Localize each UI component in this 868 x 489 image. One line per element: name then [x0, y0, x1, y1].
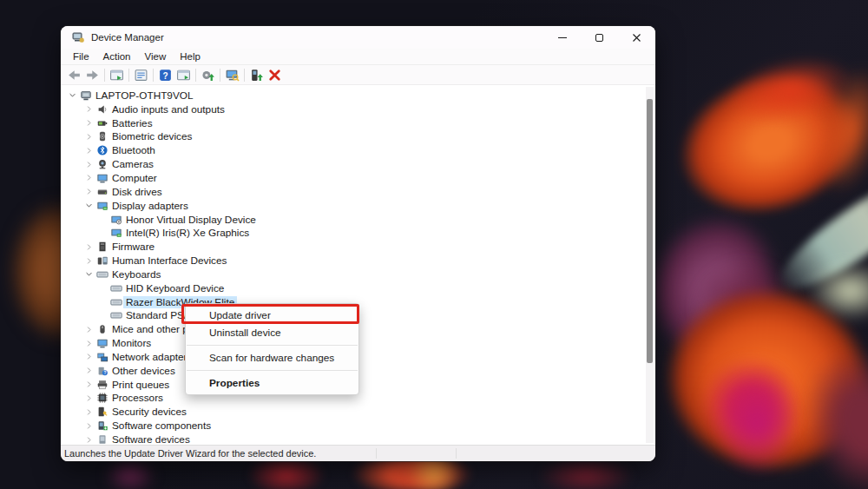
camera-icon — [95, 158, 109, 171]
tree-row[interactable]: Disk drives — [61, 185, 645, 199]
tree-row[interactable]: Software components — [61, 419, 645, 433]
chevron-right-icon[interactable] — [82, 130, 95, 142]
tree-label[interactable]: Other devices — [109, 365, 178, 377]
tree-row[interactable]: Bluetooth — [61, 143, 645, 157]
console-window-button[interactable] — [108, 66, 126, 84]
tree-row[interactable]: LAPTOP-OTHT9VOL — [61, 89, 645, 102]
tree-label[interactable]: Security devices — [109, 406, 189, 418]
chevron-right-icon[interactable] — [82, 144, 95, 156]
battery-icon — [95, 116, 109, 129]
chevron-right-icon[interactable] — [82, 172, 95, 184]
tree-label[interactable]: Bluetooth — [109, 144, 158, 156]
context-menu-item-uninstall-device[interactable]: Uninstall device — [186, 324, 358, 341]
help-button[interactable]: ? — [156, 66, 174, 84]
vertical-scrollbar[interactable] — [646, 87, 654, 443]
back-arrow-button[interactable] — [65, 66, 83, 84]
tree-label[interactable]: Biometric devices — [109, 130, 194, 142]
context-menu-item-scan-for-hardware-changes[interactable]: Scan for hardware changes — [186, 349, 358, 367]
chevron-right-icon[interactable] — [82, 158, 95, 170]
tree-label[interactable]: Cameras — [109, 158, 156, 170]
tree-label[interactable]: Computer — [109, 172, 160, 184]
tree-label[interactable]: HID Keyboard Device — [123, 282, 227, 294]
chevron-right-icon[interactable] — [82, 351, 95, 363]
tree-label[interactable]: Honor Virtual Display Device — [123, 214, 259, 226]
tree-label[interactable]: Keyboards — [109, 268, 163, 281]
tree-label[interactable]: Disk drives — [109, 186, 165, 198]
computer-icon — [78, 89, 93, 102]
menu-help[interactable]: Help — [173, 51, 207, 62]
uninstall-device-button[interactable] — [266, 66, 284, 84]
chevron-right-icon[interactable] — [82, 186, 95, 198]
tree-label[interactable]: Software components — [109, 420, 214, 432]
chevron-right-icon[interactable] — [82, 406, 95, 418]
chevron-right-icon[interactable] — [82, 254, 95, 267]
tree-row[interactable]: Computer — [61, 171, 645, 185]
tree-row[interactable]: Batteries — [61, 116, 645, 130]
scrollbar-thumb[interactable] — [647, 99, 653, 363]
chevron-down-icon[interactable] — [66, 89, 78, 102]
properties-icon — [134, 68, 148, 83]
chevron-right-icon[interactable] — [82, 241, 95, 253]
status-bar-divider — [376, 448, 377, 459]
svg-text:?: ? — [103, 371, 106, 375]
tree-row[interactable]: Cameras — [61, 157, 645, 171]
properties-button[interactable] — [132, 66, 150, 84]
keyboard-icon — [108, 295, 123, 308]
tree-row[interactable]: Software devices — [61, 433, 645, 445]
tree-label[interactable]: Software devices — [109, 433, 193, 445]
update-driver-icon — [249, 68, 264, 83]
tree-row[interactable]: Display adapters — [61, 199, 645, 213]
chevron-right-icon[interactable] — [82, 365, 95, 377]
maximize-button[interactable] — [581, 26, 618, 49]
chevron-down-icon[interactable] — [82, 268, 95, 281]
close-button[interactable] — [618, 26, 655, 49]
tree-label[interactable]: Processors — [109, 392, 166, 404]
chevron-right-icon[interactable] — [82, 323, 95, 335]
svg-text:?: ? — [162, 70, 168, 80]
menu-view[interactable]: View — [138, 51, 174, 62]
software-component-icon — [95, 420, 109, 433]
tree-label[interactable]: Firmware — [109, 241, 157, 253]
tree-label[interactable]: Display adapters — [109, 200, 191, 212]
bluetooth-icon — [95, 144, 109, 157]
tree-row[interactable]: HID Keyboard Device — [61, 281, 645, 295]
tree-label[interactable]: Network adapters — [109, 351, 194, 363]
update-driver-software-button[interactable] — [199, 66, 217, 84]
title-bar[interactable]: Device Manager — [61, 26, 655, 49]
chevron-right-icon[interactable] — [82, 117, 95, 129]
tree-row[interactable]: Security devices — [61, 405, 645, 419]
audio-icon — [95, 102, 109, 116]
chevron-right-icon[interactable] — [82, 379, 95, 391]
tree-label[interactable]: LAPTOP-OTHT9VOL — [93, 89, 196, 102]
tree-row[interactable]: Keyboards — [61, 268, 645, 281]
tree-label[interactable]: Print queues — [109, 379, 172, 391]
tree-row[interactable]: Biometric devices — [61, 130, 645, 144]
menu-action[interactable]: Action — [96, 51, 138, 62]
tree-label[interactable]: Human Interface Devices — [109, 254, 229, 267]
window-action-button[interactable] — [174, 66, 193, 84]
tree-row[interactable]: Intel(R) Iris(R) Xe Graphics — [61, 226, 645, 240]
chevron-right-icon[interactable] — [82, 433, 95, 445]
context-menu-item-properties[interactable]: Properties — [186, 374, 358, 392]
chevron-right-icon[interactable] — [82, 103, 95, 116]
menu-file[interactable]: File — [66, 51, 96, 62]
tree-row[interactable]: Audio inputs and outputs — [61, 102, 645, 116]
tree-row[interactable]: Firmware — [61, 240, 645, 254]
forward-arrow-button[interactable] — [83, 66, 102, 84]
tree-row[interactable]: Honor Virtual Display Device — [61, 213, 645, 227]
tree-label[interactable]: Audio inputs and outputs — [109, 103, 227, 116]
chevron-right-icon[interactable] — [82, 392, 95, 404]
tree-row[interactable]: Human Interface Devices — [61, 254, 645, 268]
chevron-down-icon[interactable] — [82, 200, 95, 212]
chevron-right-icon[interactable] — [82, 420, 95, 432]
status-bar-divider — [456, 448, 457, 459]
tree-indent — [96, 214, 108, 226]
tree-label[interactable]: Intel(R) Iris(R) Xe Graphics — [123, 227, 252, 239]
minimize-button[interactable] — [543, 26, 581, 49]
update-driver-button[interactable] — [247, 66, 266, 84]
tree-label[interactable]: Monitors — [109, 337, 154, 349]
tree-label[interactable]: Batteries — [109, 117, 155, 129]
chevron-right-icon[interactable] — [82, 337, 95, 349]
minimize-icon — [558, 37, 567, 38]
scan-hardware-button[interactable] — [223, 66, 241, 84]
